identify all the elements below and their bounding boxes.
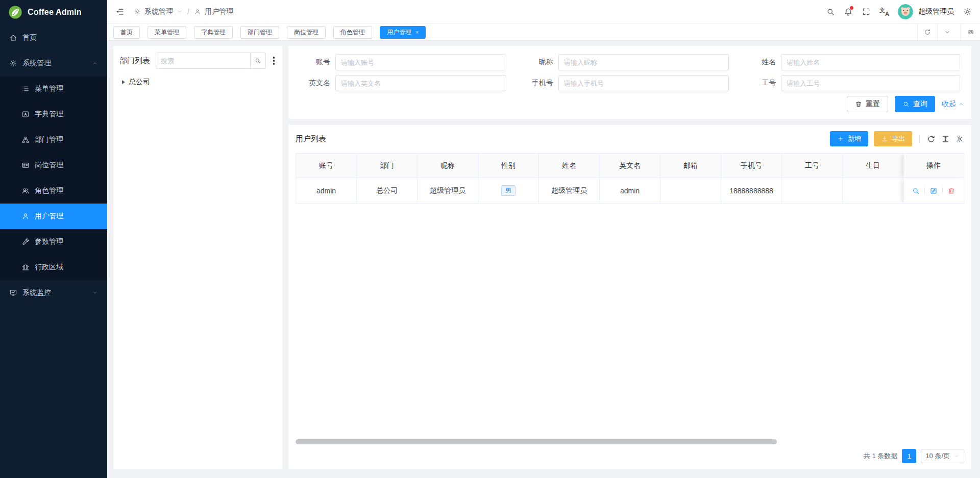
sidebar-item-admin-region[interactable]: 行政区域 [0, 255, 107, 280]
sidebar-fold-button[interactable] [115, 7, 125, 16]
query-button[interactable]: 查询 [895, 96, 935, 112]
tab-menu-mgmt[interactable]: 菜单管理 [148, 26, 186, 39]
chevron-down-icon [92, 290, 98, 296]
translate-icon[interactable]: 文A [879, 7, 889, 16]
row-height-button[interactable] [941, 135, 950, 143]
field-job-no: 工号 [741, 75, 964, 91]
field-name: 姓名 [741, 54, 964, 70]
search-icon[interactable] [826, 7, 835, 16]
dept-search-input[interactable] [156, 53, 250, 69]
col-header-account[interactable]: 账号 [296, 154, 357, 178]
wrench-icon [21, 238, 30, 246]
user-icon [194, 8, 201, 15]
column-settings-button[interactable] [955, 135, 964, 143]
col-header-nickname[interactable]: 昵称 [418, 154, 478, 178]
tab-dept-mgmt[interactable]: 部门管理 [240, 26, 279, 39]
col-header-dept[interactable]: 部门 [357, 154, 418, 178]
current-user-name[interactable]: 超级管理员 [918, 7, 954, 16]
sidebar-item-label: 用户管理 [35, 212, 63, 221]
notification-button[interactable] [844, 7, 853, 16]
topbar: 系统管理 / 用户管理 文A [107, 0, 980, 24]
add-user-button[interactable]: 新增 [830, 131, 868, 146]
add-button-label: 新增 [848, 134, 861, 143]
sidebar-item-home[interactable]: 首页 [0, 25, 107, 51]
trash-icon [855, 100, 862, 108]
roles-icon [21, 187, 30, 195]
field-account: 账号 [296, 54, 519, 70]
home-icon [9, 34, 17, 42]
plus-icon [837, 135, 844, 142]
sidebar-item-role-mgmt[interactable]: 角色管理 [0, 178, 107, 204]
row-height-icon [941, 135, 950, 143]
field-label: 姓名 [741, 58, 781, 67]
avatar-image [898, 4, 913, 19]
delete-user-button[interactable] [947, 187, 955, 195]
col-header-job-no[interactable]: 工号 [782, 154, 843, 178]
tabs-refresh-button[interactable] [917, 24, 937, 40]
col-header-en-name[interactable]: 英文名 [600, 154, 660, 178]
tab-post-mgmt[interactable]: 岗位管理 [287, 26, 326, 39]
job-no-input[interactable] [781, 75, 960, 91]
breadcrumb-item-system[interactable]: 系统管理 [144, 7, 173, 16]
table-refresh-button[interactable] [927, 135, 936, 143]
search-icon [254, 57, 261, 64]
col-header-name[interactable]: 姓名 [539, 154, 600, 178]
col-header-actions: 操作 [903, 154, 964, 178]
sidebar-item-post-mgmt[interactable]: 岗位管理 [0, 153, 107, 178]
avatar[interactable] [898, 4, 913, 19]
col-header-birthday[interactable]: 生日 [843, 154, 903, 178]
settings-gear-icon[interactable] [963, 7, 972, 16]
phone-input[interactable] [558, 75, 729, 91]
collapse-link[interactable]: 收起 [942, 99, 964, 109]
horizontal-scrollbar [296, 439, 964, 444]
sidebar-item-system-monitor[interactable]: 系统监控 [0, 280, 107, 306]
name-input[interactable] [781, 54, 960, 70]
dept-search-button[interactable] [250, 53, 266, 69]
dept-tree-node-root[interactable]: 总公司 [119, 78, 276, 87]
sidebar-item-menu-mgmt[interactable]: 菜单管理 [0, 76, 107, 102]
page-button-1[interactable]: 1 [902, 449, 916, 463]
field-phone: 手机号 [519, 75, 742, 91]
toolbar-divider [919, 135, 920, 143]
col-header-email[interactable]: 邮箱 [660, 154, 721, 178]
chevron-down-icon [944, 29, 951, 36]
fullscreen-icon[interactable] [862, 7, 871, 16]
sidebar-item-label: 系统管理 [22, 59, 51, 68]
cell-en-name: admin [600, 178, 660, 204]
en-name-input[interactable] [335, 75, 506, 91]
edit-user-button[interactable] [929, 187, 938, 195]
tab-user-mgmt[interactable]: 用户管理 × [380, 26, 426, 39]
tab-home[interactable]: 首页 [113, 26, 140, 39]
tab-role-mgmt[interactable]: 角色管理 [333, 26, 372, 39]
sidebar-item-dict-mgmt[interactable]: 字典管理 [0, 102, 107, 127]
view-user-button[interactable] [912, 187, 920, 195]
sidebar-item-param-mgmt[interactable]: 参数管理 [0, 229, 107, 255]
gear-icon [955, 135, 964, 143]
reset-button[interactable]: 重置 [847, 96, 888, 112]
tab-dict-mgmt[interactable]: 字典管理 [194, 26, 233, 39]
table-row[interactable]: admin 总公司 超级管理员 男 超级管理员 admin 1888888888… [296, 178, 964, 204]
tab-label: 角色管理 [340, 28, 365, 37]
field-label: 英文名 [296, 79, 335, 88]
export-button[interactable]: 导出 [874, 131, 912, 146]
col-header-phone[interactable]: 手机号 [721, 154, 782, 178]
breadcrumb-item-user: 用户管理 [205, 7, 233, 16]
scrollbar-thumb[interactable] [296, 439, 777, 444]
dept-more-button[interactable] [272, 55, 276, 66]
tab-close-icon[interactable]: × [415, 29, 419, 35]
sidebar-item-dept-mgmt[interactable]: 部门管理 [0, 127, 107, 153]
id-card-icon [21, 161, 30, 169]
sidebar-item-system-mgmt[interactable]: 系统管理 [0, 51, 107, 76]
export-button-label: 导出 [892, 134, 905, 143]
sidebar-item-user-mgmt[interactable]: 用户管理 [0, 204, 107, 229]
tabs-more-button[interactable] [937, 24, 957, 40]
page-size-select[interactable]: 10 条/页 [921, 449, 964, 463]
content-maximize-button[interactable] [961, 24, 980, 40]
col-header-gender[interactable]: 性别 [478, 154, 539, 178]
account-input[interactable] [335, 54, 506, 70]
tree-expand-caret-icon[interactable] [122, 80, 125, 84]
main-area: 系统管理 / 用户管理 文A [107, 0, 980, 478]
pagination-total: 共 1 条数据 [864, 451, 897, 461]
dept-search-group [156, 53, 266, 69]
nickname-input[interactable] [558, 54, 729, 70]
